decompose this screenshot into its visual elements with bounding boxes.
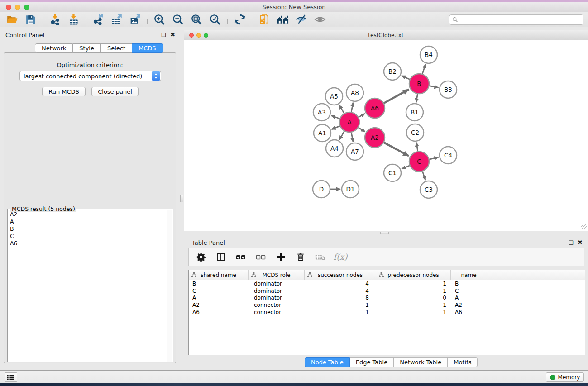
graph-edge-A-A1[interactable] xyxy=(331,126,340,129)
tab-style[interactable]: Style xyxy=(73,43,101,53)
tab-edge-table[interactable]: Edge Table xyxy=(350,357,394,367)
table-cell[interactable]: C xyxy=(189,288,249,294)
tab-network-table[interactable]: Network Table xyxy=(394,357,448,367)
graph-edge-A-A7[interactable] xyxy=(351,132,353,142)
table-cell[interactable]: 1 xyxy=(376,281,451,287)
first-neighbors-icon[interactable] xyxy=(277,14,289,26)
table-cell[interactable]: A6 xyxy=(189,309,249,315)
mcds-result-list[interactable]: A2ABCA6 xyxy=(8,211,167,362)
graph-edge-B-B1[interactable] xyxy=(416,94,417,103)
column-header-mcds-role[interactable]: MCDS role xyxy=(249,270,305,280)
table-cell[interactable]: A xyxy=(189,295,249,301)
column-header-predecessor-nodes[interactable]: predecessor nodes xyxy=(376,270,451,280)
splitter-grip[interactable] xyxy=(180,195,183,202)
settings-gear-icon[interactable] xyxy=(195,251,207,263)
table-cell[interactable]: 8 xyxy=(305,295,376,301)
table-row[interactable]: Cdominator41C xyxy=(189,287,585,295)
save-session-icon[interactable] xyxy=(24,14,37,26)
graph-edge-C-C1[interactable] xyxy=(402,166,410,169)
vertical-splitter[interactable] xyxy=(180,27,184,370)
table-cell[interactable]: dominator xyxy=(249,281,305,287)
import-network-icon[interactable] xyxy=(49,14,61,26)
tab-network[interactable]: Network xyxy=(35,43,73,53)
tab-mcds[interactable]: MCDS xyxy=(132,43,163,53)
table-row[interactable]: A6connector11A6 xyxy=(189,309,585,316)
column-layout-icon[interactable] xyxy=(215,251,227,263)
table-cell[interactable]: 0 xyxy=(376,295,451,301)
table-cell[interactable]: 4 xyxy=(305,281,376,287)
table-cell[interactable]: 1 xyxy=(376,288,451,294)
add-column-icon[interactable] xyxy=(275,251,287,263)
graph-edge-A-A5[interactable] xyxy=(339,105,344,114)
close-table-panel-icon[interactable]: ✖ xyxy=(578,239,583,246)
zoom-selected-icon[interactable] xyxy=(209,14,221,26)
graph-edge-C-C4[interactable] xyxy=(429,157,438,160)
graph-edge-B-B2[interactable] xyxy=(402,76,410,80)
graph-edge-B-B3[interactable] xyxy=(429,86,439,87)
task-history-button[interactable] xyxy=(5,372,17,382)
table-cell[interactable]: A2 xyxy=(451,302,487,308)
table-cell[interactable]: dominator xyxy=(249,295,305,301)
result-item[interactable]: A6 xyxy=(10,240,167,247)
open-session-icon[interactable] xyxy=(6,14,18,26)
tab-select[interactable]: Select xyxy=(101,43,132,53)
graph-edge-A-A2[interactable] xyxy=(358,127,365,132)
result-scrollbar[interactable] xyxy=(167,210,172,362)
tab-node-table[interactable]: Node Table xyxy=(305,357,350,367)
table-cell[interactable]: B xyxy=(451,281,487,287)
memory-button[interactable]: Memory xyxy=(546,372,584,382)
table-row[interactable]: A2connector11A2 xyxy=(189,301,585,309)
graph-edge-C-C2[interactable] xyxy=(416,143,418,152)
graph-edge-A-A8[interactable] xyxy=(351,103,353,113)
network-graph[interactable]: AA1A2A3A4A5A6A7A8BB1B2B3B4CC1C2C3C4DD1 xyxy=(184,40,588,231)
column-header-successor-nodes[interactable]: successor nodes xyxy=(305,270,376,280)
delete-column-icon[interactable] xyxy=(295,251,306,263)
table-cell[interactable]: 1 xyxy=(305,309,376,315)
zoom-out-icon[interactable] xyxy=(172,14,184,26)
close-panel-icon[interactable]: ✖ xyxy=(170,31,175,38)
hide-selection-icon[interactable] xyxy=(295,14,307,26)
graph-edge-B-B4[interactable] xyxy=(422,64,425,74)
export-network-icon[interactable] xyxy=(92,14,104,26)
tab-motifs[interactable]: Motifs xyxy=(448,357,478,367)
graph-edge-C-C3[interactable] xyxy=(422,171,425,180)
table-row[interactable]: Bdominator41B xyxy=(189,280,585,287)
result-item[interactable]: A2 xyxy=(10,211,167,218)
horizontal-splitter-grip[interactable] xyxy=(380,232,389,234)
column-header-shared-name[interactable]: shared name xyxy=(189,270,249,280)
new-network-from-selection-icon[interactable] xyxy=(258,14,270,26)
deselect-all-icon[interactable] xyxy=(255,251,267,263)
search-field[interactable] xyxy=(449,14,583,25)
result-item[interactable]: A xyxy=(10,218,167,225)
graph-edge-A-A4[interactable] xyxy=(339,131,344,140)
graph-edge-A-A3[interactable] xyxy=(331,115,340,119)
graph-edge-A2-C[interactable] xyxy=(383,142,409,156)
apply-layout-icon[interactable] xyxy=(234,14,246,26)
criterion-dropdown[interactable]: largest connected component (directed) xyxy=(19,71,161,81)
run-mcds-button[interactable]: Run MCDS xyxy=(42,87,86,96)
window-resize-grip[interactable] xyxy=(581,224,587,230)
table-cell[interactable]: 4 xyxy=(305,288,376,294)
table-cell[interactable]: 1 xyxy=(376,302,451,308)
import-table-icon[interactable] xyxy=(67,14,80,26)
table-cell[interactable]: connector xyxy=(249,302,305,308)
table-cell[interactable]: A xyxy=(451,295,487,301)
table-cell[interactable]: dominator xyxy=(249,288,305,294)
search-input[interactable] xyxy=(460,16,580,23)
table-cell[interactable]: 1 xyxy=(305,302,376,308)
table-cell[interactable]: connector xyxy=(249,309,305,315)
float-table-panel-icon[interactable]: ❑ xyxy=(569,239,574,246)
zoom-in-icon[interactable] xyxy=(153,14,166,26)
export-image-icon[interactable] xyxy=(129,14,141,26)
graph-edge-A-A6[interactable] xyxy=(358,114,365,117)
table-cell[interactable]: A2 xyxy=(189,302,249,308)
table-cell[interactable]: A6 xyxy=(451,309,487,315)
result-item[interactable]: B xyxy=(10,225,167,233)
graph-edge-A6-B[interactable] xyxy=(383,90,409,104)
float-panel-icon[interactable]: ❑ xyxy=(161,32,166,38)
result-item[interactable]: C xyxy=(10,233,167,240)
select-all-icon[interactable] xyxy=(235,251,247,263)
network-canvas[interactable]: AA1A2A3A4A5A6A7A8BB1B2B3B4CC1C2C3C4DD1 xyxy=(184,40,588,231)
zoom-fit-icon[interactable] xyxy=(191,14,203,26)
show-all-icon[interactable] xyxy=(314,14,326,26)
